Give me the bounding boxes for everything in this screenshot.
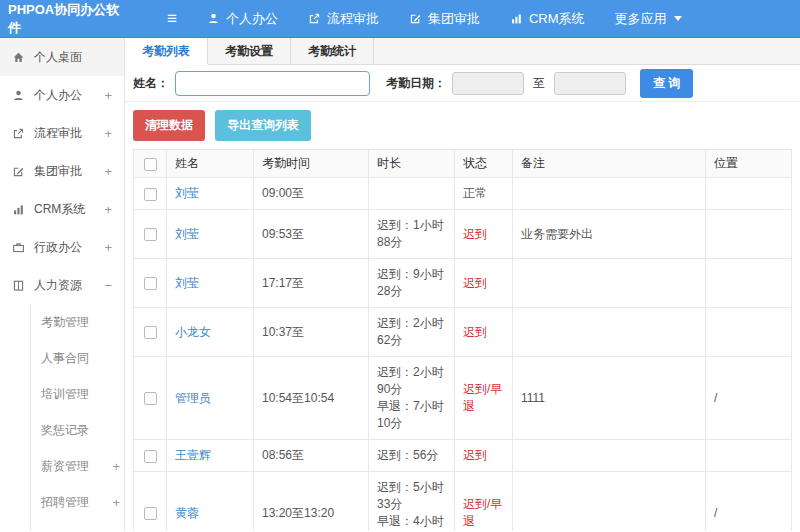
expand-toggle: + — [112, 459, 124, 474]
attendance-time: 17:17至 — [262, 276, 304, 290]
employee-name-link[interactable]: 刘莹 — [175, 276, 199, 290]
duration-line2: 早退：7小时10分 — [377, 398, 446, 432]
table-row: 王壹辉08:56至迟到：56分迟到 — [134, 440, 792, 472]
note-cell: 业务需要外出 — [513, 210, 706, 259]
export-list-button[interactable]: 导出查询列表 — [215, 110, 311, 141]
status-badge: 迟到 — [463, 276, 487, 290]
employee-name-link[interactable]: 王壹辉 — [175, 448, 211, 462]
tab-1[interactable]: 考勤列表 — [125, 38, 208, 65]
row-checkbox[interactable] — [144, 228, 157, 241]
row-checkbox[interactable] — [144, 326, 157, 339]
nav-item-label: CRM系统 — [529, 10, 585, 28]
column-header: 备注 — [513, 150, 706, 178]
name-filter-input[interactable] — [175, 71, 370, 96]
main-content: 考勤列表考勤设置考勤统计 姓名： 考勤日期： 至 查 询 清理数据 导出查询列表 — [125, 38, 800, 531]
sidebar-item-1[interactable]: 个人桌面 — [0, 38, 124, 76]
sidebar-submenu: 考勤管理人事合同培训管理奖惩记录薪资管理+招聘管理+人事管理+基础类别设置+ — [30, 304, 124, 531]
status-cell: 迟到/早退 — [455, 357, 513, 440]
tab-3[interactable]: 考勤统计 — [291, 38, 374, 64]
employee-name-link[interactable]: 刘莹 — [175, 186, 199, 200]
tab-2[interactable]: 考勤设置 — [208, 38, 291, 64]
column-header: 时长 — [369, 150, 455, 178]
status-badge: 迟到 — [463, 227, 487, 241]
nav-item-label: 更多应用 — [615, 10, 667, 28]
time-cell: 17:17至 — [254, 259, 369, 308]
nav-item-5[interactable]: 更多应用 — [615, 10, 682, 28]
caret-down-icon — [674, 16, 682, 21]
status-cell: 迟到 — [455, 308, 513, 357]
date-to-label: 至 — [533, 75, 545, 92]
sidebar-subitem-label: 薪资管理 — [41, 458, 112, 475]
sidebar-subitem-4[interactable]: 奖惩记录 — [31, 412, 124, 448]
sidebar-subitem-6[interactable]: 招聘管理+ — [31, 484, 124, 520]
chart-icon — [12, 203, 27, 216]
duration-line2: 早退：4小时67分 — [377, 513, 446, 531]
status-cell: 迟到 — [455, 210, 513, 259]
action-bar: 清理数据 导出查询列表 — [125, 102, 800, 149]
row-checkbox[interactable] — [144, 188, 157, 201]
employee-name-link[interactable]: 刘莹 — [175, 227, 199, 241]
nav-item-4[interactable]: CRM系统 — [510, 10, 585, 28]
note-text: 1111 — [521, 391, 545, 405]
duration-cell: 迟到：9小时28分 — [369, 259, 455, 308]
sidebar-subitem-label: 招聘管理 — [41, 494, 112, 511]
menu-toggle-button[interactable]: ≡ — [167, 10, 177, 27]
row-select-cell — [134, 210, 167, 259]
row-checkbox[interactable] — [144, 507, 157, 520]
sidebar-item-2[interactable]: 个人办公+ — [0, 76, 124, 114]
location-text: / — [714, 506, 717, 520]
sidebar-subitem-label: 人事合同 — [41, 350, 120, 367]
nav-item-label: 个人办公 — [226, 10, 278, 28]
row-select-cell — [134, 472, 167, 532]
sidebar-item-label: 流程审批 — [34, 125, 104, 142]
employee-name-link[interactable]: 黄蓉 — [175, 506, 199, 520]
row-checkbox[interactable] — [144, 392, 157, 405]
top-header: PHPOA协同办公软件 ≡ 个人办公流程审批集团审批CRM系统更多应用 — [0, 0, 800, 38]
row-checkbox[interactable] — [144, 450, 157, 463]
edit-icon — [12, 165, 27, 178]
sidebar-subitem-label: 人事管理 — [41, 530, 112, 532]
sidebar-item-5[interactable]: CRM系统+ — [0, 190, 124, 228]
attendance-time: 10:37至 — [262, 325, 304, 339]
table-row: 管理员10:54至10:54迟到：2小时90分早退：7小时10分迟到/早退111… — [134, 357, 792, 440]
sidebar-subitem-5[interactable]: 薪资管理+ — [31, 448, 124, 484]
select-all-checkbox[interactable] — [144, 158, 157, 171]
column-header: 状态 — [455, 150, 513, 178]
nav-item-1[interactable]: 个人办公 — [207, 10, 278, 28]
sidebar-item-6[interactable]: 行政办公+ — [0, 228, 124, 266]
location-cell — [706, 308, 792, 357]
nav-item-2[interactable]: 流程审批 — [308, 10, 379, 28]
name-filter-label: 姓名： — [133, 75, 169, 92]
hamburger-icon: ≡ — [167, 9, 177, 28]
date-to-input[interactable] — [554, 72, 626, 95]
sidebar-subitem-7[interactable]: 人事管理+ — [31, 520, 124, 531]
clean-data-button[interactable]: 清理数据 — [133, 110, 205, 141]
duration-line1: 迟到：9小时28分 — [377, 266, 446, 300]
table-row: 黄蓉13:20至13:20迟到：5小时33分早退：4小时67分迟到/早退/ — [134, 472, 792, 532]
expand-toggle: + — [112, 495, 124, 510]
location-cell: / — [706, 357, 792, 440]
expand-toggle: + — [112, 531, 124, 532]
sidebar-subitem-2[interactable]: 人事合同 — [31, 340, 124, 376]
row-checkbox[interactable] — [144, 277, 157, 290]
date-from-input[interactable] — [452, 72, 524, 95]
attendance-time: 09:00至 — [262, 186, 304, 200]
sidebar-subitem-1[interactable]: 考勤管理 — [31, 304, 124, 340]
duration-cell: 迟到：2小时62分 — [369, 308, 455, 357]
sidebar-item-4[interactable]: 集团审批+ — [0, 152, 124, 190]
attendance-time: 08:56至 — [262, 448, 304, 462]
table-row: 刘莹09:00至正常 — [134, 178, 792, 210]
name-cell: 管理员 — [167, 357, 254, 440]
sidebar-item-label: 个人桌面 — [34, 49, 112, 66]
search-button[interactable]: 查 询 — [640, 69, 693, 98]
employee-name-link[interactable]: 管理员 — [175, 391, 211, 405]
nav-item-3[interactable]: 集团审批 — [409, 10, 480, 28]
employee-name-link[interactable]: 小龙女 — [175, 325, 211, 339]
sidebar-item-7[interactable]: 人力资源− — [0, 266, 124, 304]
sidebar-subitem-3[interactable]: 培训管理 — [31, 376, 124, 412]
sidebar-item-label: 人力资源 — [34, 277, 104, 294]
note-text: 业务需要外出 — [521, 227, 593, 241]
name-cell: 刘莹 — [167, 178, 254, 210]
sidebar-item-3[interactable]: 流程审批+ — [0, 114, 124, 152]
note-cell — [513, 308, 706, 357]
